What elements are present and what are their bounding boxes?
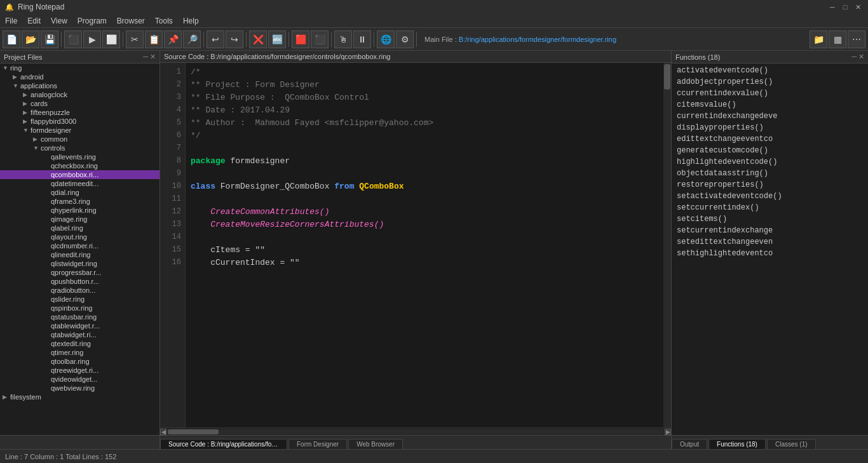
tree-item-controls[interactable]: ▼controls: [0, 144, 159, 152]
tree-item-qtimer.ring[interactable]: qtimer.ring: [0, 348, 159, 357]
scrollbar-thumb-v[interactable]: [664, 64, 670, 90]
tb-btn-18[interactable]: ⚙: [396, 30, 414, 48]
h-scrollbar-thumb[interactable]: [168, 429, 219, 434]
tree-item-qlistwidget.ring[interactable]: qlistwidget.ring: [0, 259, 159, 268]
function-item[interactable]: displayproperties(): [672, 122, 868, 133]
tree-item-qpushbutton.r...[interactable]: qpushbutton.r...: [0, 277, 159, 286]
tb-btn-2[interactable]: ⬛: [64, 30, 82, 48]
tb-btn-7[interactable]: 📌: [164, 30, 182, 48]
tree-item-common[interactable]: ▶common: [0, 135, 159, 144]
tree-item-qlabel.ring[interactable]: qlabel.ring: [0, 224, 159, 232]
function-item[interactable]: addobjectproperties(): [672, 76, 868, 88]
functions-tab[interactable]: Classes (1): [767, 439, 816, 449]
editor-scrollbar-h[interactable]: ◀ ▶: [160, 427, 671, 435]
tree-item-qallevents.ring[interactable]: qallevents.ring: [0, 152, 159, 161]
function-item[interactable]: highlightedeventcode(): [672, 156, 868, 168]
tb-btn-10[interactable]: ↪: [226, 30, 243, 48]
tree-item-qdial.ring[interactable]: qdial.ring: [0, 188, 159, 197]
function-item[interactable]: generatecustomcode(): [672, 145, 868, 156]
open-button[interactable]: 📂: [22, 30, 39, 48]
menu-item-program[interactable]: Program: [72, 14, 112, 27]
tree-item-qtextedit.ring[interactable]: qtextedit.ring: [0, 339, 159, 348]
tb-btn-12[interactable]: 🔤: [268, 30, 286, 48]
function-item[interactable]: setcurrentindexchange: [672, 225, 868, 236]
tb-btn-8[interactable]: 🔎: [183, 30, 201, 48]
tb-btn-5[interactable]: ✂: [126, 30, 144, 48]
functions-tab[interactable]: Output: [672, 439, 707, 449]
tree-item-qspinbox.ring[interactable]: qspinbox.ring: [0, 304, 159, 312]
editor-tab[interactable]: Source Code : B:/ring/applications/formd…: [160, 439, 287, 449]
tree-item-qlcdnumber.ri...[interactable]: qlcdnumber.ri...: [0, 241, 159, 250]
scroll-right-btn[interactable]: ▶: [665, 429, 671, 435]
tb-btn-extra[interactable]: ⋯: [848, 30, 865, 48]
tree-item-qtabwidget.ri...[interactable]: qtabwidget.ri...: [0, 330, 159, 339]
tree-item-cards[interactable]: ▶cards: [0, 99, 159, 108]
tree-item-formdesigner[interactable]: ▼formdesigner: [0, 126, 159, 135]
tree-item-qframe3.ring[interactable]: qframe3.ring: [0, 197, 159, 206]
tree-item-fifteenpuzzle[interactable]: ▶fifteenpuzzle: [0, 108, 159, 117]
tree-item-android[interactable]: ▶android: [0, 72, 159, 81]
menu-item-file[interactable]: File: [0, 14, 22, 27]
functions-minimize-icon[interactable]: ─: [851, 53, 857, 61]
tb-btn-14[interactable]: ⬛: [311, 30, 329, 48]
tb-btn-project[interactable]: 📁: [810, 30, 827, 48]
project-close-icon[interactable]: ✕: [150, 53, 156, 61]
tb-btn-4[interactable]: ⬜: [102, 30, 120, 48]
tree-item-qtreewidget.ri...[interactable]: qtreewidget.ri...: [0, 366, 159, 375]
tree-item-qcheckbox.ring[interactable]: qcheckbox.ring: [0, 161, 159, 170]
tree-item-qvideowidget...[interactable]: qvideowidget...: [0, 375, 159, 384]
function-item[interactable]: setccurrentindex(): [672, 202, 868, 213]
function-item[interactable]: citemsvalue(): [672, 99, 868, 111]
tree-item-qstatusbar.ring[interactable]: qstatusbar.ring: [0, 312, 159, 321]
functions-close-icon[interactable]: ✕: [858, 53, 864, 61]
tb-btn-grid[interactable]: ▦: [829, 30, 846, 48]
code-content[interactable]: /*** Project : Form Designer** File Purp…: [186, 63, 663, 427]
menu-item-view[interactable]: View: [46, 14, 72, 27]
tree-item-filesystem[interactable]: ▶filesystem: [0, 393, 159, 401]
tree-item-qradiobutton...[interactable]: qradiobutton...: [0, 286, 159, 295]
tb-btn-3[interactable]: ▶: [83, 30, 101, 48]
function-item[interactable]: objectdataasstring(): [672, 168, 868, 179]
tree-item-qlayout.ring[interactable]: qlayout.ring: [0, 232, 159, 241]
tree-item-analogclock[interactable]: ▶analogclock: [0, 90, 159, 99]
editor-tab[interactable]: Form Designer: [288, 439, 347, 449]
tb-btn-15[interactable]: 🖱: [334, 30, 352, 48]
menu-item-tools[interactable]: Tools: [150, 14, 178, 27]
minimize-button[interactable]: ─: [827, 2, 837, 12]
tb-btn-13[interactable]: 🟥: [292, 30, 309, 48]
maximize-button[interactable]: □: [840, 2, 850, 12]
tree-item-qwebview.ring[interactable]: qwebview.ring: [0, 384, 159, 393]
function-item[interactable]: activatedeventcode(): [672, 65, 868, 76]
function-item[interactable]: setedittextchangeeven: [672, 236, 868, 248]
tree-item-qslider.ring[interactable]: qslider.ring: [0, 295, 159, 304]
tree-item-qimage.ring[interactable]: qimage.ring: [0, 215, 159, 224]
function-item[interactable]: setcitems(): [672, 213, 868, 225]
functions-tab[interactable]: Functions (18): [709, 439, 766, 449]
tree-item-qlineedit.ring[interactable]: qlineedit.ring: [0, 250, 159, 259]
tb-btn-17[interactable]: 🌐: [377, 30, 395, 48]
project-minimize-icon[interactable]: ─: [143, 53, 148, 61]
tree-item-qdatetimeedit...[interactable]: qdatetimeedit...: [0, 179, 159, 188]
tree-item-applications[interactable]: ▼applications: [0, 81, 159, 90]
tree-item-flappybird3000[interactable]: ▶flappybird3000: [0, 117, 159, 126]
tree-item-qprogressbar.r...[interactable]: qprogressbar.r...: [0, 268, 159, 277]
tb-btn-16[interactable]: ⏸: [353, 30, 371, 48]
tree-item-ring[interactable]: ▼ring: [0, 64, 159, 72]
function-item[interactable]: ccurrentindexvalue(): [672, 88, 868, 99]
scroll-left-btn[interactable]: ◀: [160, 429, 166, 435]
close-button[interactable]: ✕: [853, 2, 863, 12]
new-button[interactable]: 📄: [3, 30, 20, 48]
tree-item-qtablewidget.r...[interactable]: qtablewidget.r...: [0, 321, 159, 330]
menu-item-help[interactable]: Help: [178, 14, 204, 27]
tb-btn-6[interactable]: 📋: [145, 30, 163, 48]
save-button[interactable]: 💾: [41, 30, 58, 48]
tree-item-qcombobox.ri...[interactable]: qcombobox.ri...: [0, 170, 159, 179]
tb-btn-9[interactable]: ↩: [207, 30, 224, 48]
function-item[interactable]: sethighlightedeventco: [672, 248, 868, 259]
h-scrollbar-track[interactable]: [168, 429, 663, 434]
tb-btn-11[interactable]: ❌: [249, 30, 267, 48]
editor-scrollbar-v[interactable]: [663, 63, 671, 427]
menu-item-edit[interactable]: Edit: [22, 14, 46, 27]
function-item[interactable]: edittextchangeeventco: [672, 133, 868, 145]
tree-item-qtoolbar.ring[interactable]: qtoolbar.ring: [0, 357, 159, 366]
